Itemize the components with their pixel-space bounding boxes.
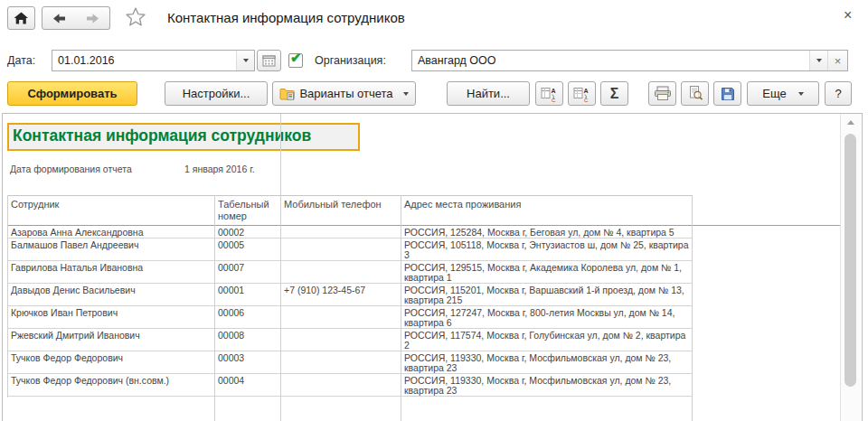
organization-dropdown-button[interactable] xyxy=(809,51,827,70)
cell-address[interactable]: РОССИЯ, 129515, Москва г, Академика Коро… xyxy=(401,261,693,284)
back-arrow-icon xyxy=(52,13,66,24)
organization-input[interactable]: Авангард ООО × xyxy=(411,50,848,71)
cell-phone[interactable] xyxy=(280,226,401,239)
cell-name[interactable]: Давыдов Денис Васильевич xyxy=(7,284,214,306)
back-button[interactable] xyxy=(42,6,77,30)
report-body: Контактная информация сотрудников Дата ф… xyxy=(2,113,863,421)
organization-label: Организация: xyxy=(315,54,386,67)
table-left-border-line xyxy=(7,195,8,398)
cell-number[interactable]: 00008 xyxy=(214,329,280,351)
collapse-groups-icon: A C xyxy=(573,86,591,102)
settings-button[interactable]: Настройки... xyxy=(165,81,268,106)
cell-address[interactable]: РОССИЯ, 115201, Москва г, Варшавский 1-й… xyxy=(401,284,693,306)
org-checkbox[interactable]: ✔ xyxy=(288,53,303,68)
svg-text:A: A xyxy=(551,88,555,94)
save-icon xyxy=(721,87,735,101)
sum-button[interactable]: Σ xyxy=(600,81,628,106)
check-icon: ✔ xyxy=(290,50,302,66)
cell-address[interactable]: РОССИЯ, 119330, Москва г, Мосфильмовская… xyxy=(401,351,693,374)
cell-number[interactable]: 00006 xyxy=(214,306,280,329)
page-title: Контактная информация сотрудников xyxy=(167,10,405,25)
date-dropdown-button[interactable] xyxy=(236,51,254,70)
cell-address[interactable]: РОССИЯ, 105118, Москва г, Энтузиастов ш,… xyxy=(401,239,693,261)
favorite-star-icon[interactable] xyxy=(126,7,146,26)
column-header-address[interactable]: Адрес места проживания xyxy=(401,196,693,226)
cell-number[interactable]: 00001 xyxy=(214,284,280,306)
svg-text:A: A xyxy=(583,88,588,94)
cell-name[interactable]: Гаврилова Наталья Ивановна xyxy=(7,261,214,284)
home-icon xyxy=(14,12,29,24)
cell-phone[interactable] xyxy=(280,306,401,329)
date-input[interactable]: 01.01.2016 xyxy=(52,50,255,71)
cell-address[interactable]: РОССИЯ, 119330, Москва г, Мосфильмовская… xyxy=(401,374,693,397)
cell-address[interactable]: РОССИЯ, 117574, Москва г, Голубинская ул… xyxy=(401,329,693,351)
help-button[interactable]: ? xyxy=(825,81,852,106)
collapse-groups-button[interactable]: A C xyxy=(568,81,596,106)
report-variants-icon xyxy=(279,88,295,100)
date-value[interactable]: 01.01.2016 xyxy=(52,51,236,70)
organization-value[interactable]: Авангард ООО xyxy=(412,51,809,70)
vertical-scrollbar[interactable] xyxy=(840,114,861,421)
svg-text:C: C xyxy=(552,97,556,102)
column-grid-line xyxy=(214,195,215,421)
cell-name[interactable]: Азарова Анна Александровна xyxy=(7,226,214,239)
generate-button[interactable]: Сформировать xyxy=(7,81,137,106)
report-variants-button[interactable]: Варианты отчета xyxy=(272,81,416,106)
generated-date-label: Дата формирования отчета xyxy=(10,164,132,174)
report-table-body: Азарова Анна Александровна00002РОССИЯ, 1… xyxy=(7,226,693,397)
cell-address[interactable]: РОССИЯ, 127247, Москва г, 800-летия Моск… xyxy=(401,306,693,329)
cell-number[interactable]: 00007 xyxy=(214,261,280,284)
column-grid-line xyxy=(401,195,401,421)
expand-groups-button[interactable]: A C xyxy=(535,81,563,106)
cell-number[interactable]: 00002 xyxy=(214,226,280,239)
cell-phone[interactable] xyxy=(280,351,401,374)
report-title-cell[interactable]: Контактная информация сотрудников xyxy=(7,123,360,151)
generated-date-value: 1 января 2016 г. xyxy=(184,164,255,174)
table-row: Крючков Иван Петрович00006РОССИЯ, 127247… xyxy=(7,306,693,329)
table-row: Тучков Федор Федорович00003РОССИЯ, 11933… xyxy=(7,351,693,374)
cell-phone[interactable] xyxy=(280,239,401,261)
forward-button[interactable] xyxy=(76,6,110,30)
column-header-personnel-number[interactable]: Табельный номер xyxy=(214,196,280,226)
scroll-thumb[interactable] xyxy=(844,134,856,387)
chevron-down-icon xyxy=(816,59,822,62)
clear-icon: × xyxy=(835,54,842,68)
report-title: Контактная информация сотрудников xyxy=(13,126,311,145)
chevron-down-icon xyxy=(243,59,249,62)
cell-name[interactable]: Балмашов Павел Андреевич xyxy=(7,239,214,261)
find-button[interactable]: Найти... xyxy=(447,81,530,106)
cell-number[interactable]: 00004 xyxy=(214,374,280,397)
cell-name[interactable]: Ржевский Дмитрий Иванович xyxy=(7,329,214,351)
print-button[interactable] xyxy=(648,81,676,106)
calendar-icon xyxy=(262,54,276,67)
table-row: Балмашов Павел Андреевич00005РОССИЯ, 105… xyxy=(7,239,693,261)
cell-name[interactable]: Тучков Федор Федорович xyxy=(7,351,214,374)
column-grid-line xyxy=(280,114,281,421)
cell-phone[interactable] xyxy=(280,329,401,351)
save-button[interactable] xyxy=(713,81,741,106)
column-grid-line xyxy=(692,195,693,421)
report-variants-label: Варианты отчета xyxy=(299,87,392,100)
cell-number[interactable]: 00003 xyxy=(214,351,280,374)
table-row: Азарова Анна Александровна00002РОССИЯ, 1… xyxy=(7,226,693,239)
more-button[interactable]: Еще xyxy=(747,81,819,106)
cell-phone[interactable] xyxy=(280,261,401,284)
preview-icon xyxy=(687,86,703,101)
organization-clear-button[interactable]: × xyxy=(827,51,847,70)
cell-name[interactable]: Тучков Федор Федорович (вн.совм.) xyxy=(7,374,214,397)
column-header-mobile-phone[interactable]: Мобильный телефон xyxy=(280,196,401,226)
close-icon[interactable]: × xyxy=(844,8,852,23)
scroll-up-icon[interactable] xyxy=(847,120,854,125)
more-label: Еще xyxy=(762,87,786,100)
calendar-button[interactable] xyxy=(257,50,281,71)
column-header-employee[interactable]: Сотрудник xyxy=(7,196,214,226)
table-header-row: Сотрудник Табельный номер Мобильный теле… xyxy=(7,196,693,226)
forward-arrow-icon xyxy=(86,13,99,24)
cell-number[interactable]: 00005 xyxy=(214,239,280,261)
home-button[interactable] xyxy=(7,6,35,30)
cell-phone[interactable] xyxy=(280,374,401,397)
cell-phone[interactable]: +7 (910) 123-45-67 xyxy=(280,284,401,306)
cell-address[interactable]: РОССИЯ, 125284, Москва г, Беговая ул, до… xyxy=(401,226,693,239)
cell-name[interactable]: Крючков Иван Петрович xyxy=(7,306,214,329)
preview-button[interactable] xyxy=(681,81,709,106)
